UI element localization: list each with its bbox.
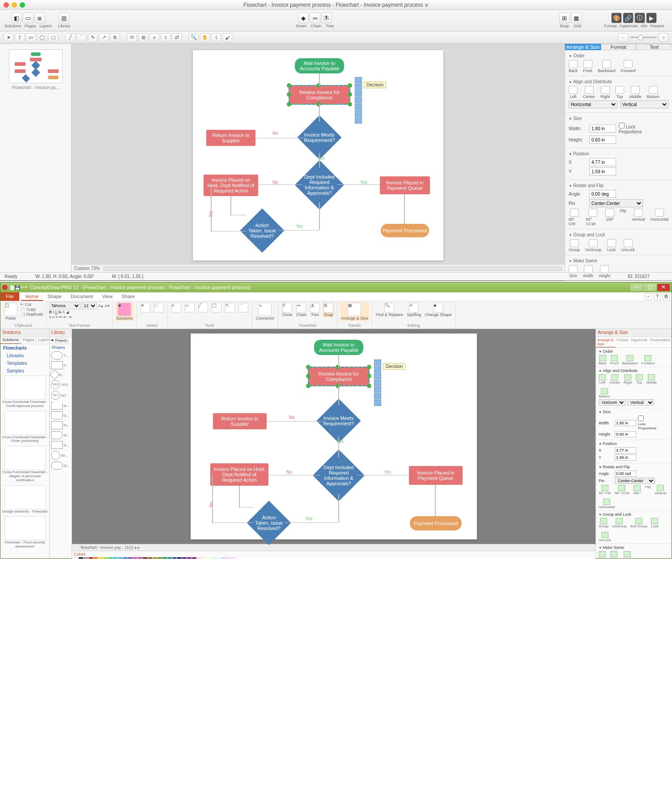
wr-forward[interactable]: Forward bbox=[642, 355, 655, 365]
hypernote-button[interactable]: 🔗 bbox=[623, 13, 634, 23]
wr-editgroup[interactable]: Edit Group bbox=[630, 518, 647, 528]
eyedropper-tool[interactable]: ⤹ bbox=[211, 33, 221, 42]
wr-height-input[interactable] bbox=[615, 431, 636, 437]
sample-thumb[interactable] bbox=[4, 446, 46, 470]
lib-decision[interactable]: D... bbox=[50, 370, 72, 379]
rotate-90cw[interactable]: 90° CW bbox=[569, 209, 580, 226]
sample-thumb[interactable] bbox=[4, 516, 46, 540]
ellipse-tool-win[interactable]: ◯ bbox=[211, 302, 222, 313]
rotate-180[interactable]: 180° bbox=[605, 209, 614, 226]
present-button[interactable]: ▶ bbox=[646, 13, 657, 23]
wr-tab-presentation[interactable]: Presentation bbox=[649, 337, 672, 347]
wr-align-middle[interactable]: Middle bbox=[646, 374, 657, 385]
snap-button-win[interactable]: ⊞Snap bbox=[323, 302, 334, 317]
pages-button[interactable]: ▭ bbox=[23, 13, 34, 23]
find-replace-button[interactable]: 🔍Find & Replace bbox=[375, 302, 404, 317]
ribbon-file-tab[interactable]: File bbox=[0, 292, 19, 301]
node-mail-invoice[interactable]: Mail Invoice to Accounts Payable bbox=[314, 340, 363, 355]
wr-front[interactable]: Front bbox=[610, 355, 619, 365]
node-payment-processed[interactable]: Payment Processed bbox=[381, 224, 429, 237]
ellipse-tool[interactable]: ◯ bbox=[37, 33, 47, 42]
tab-arrange-size[interactable]: Arrange & Size bbox=[565, 44, 601, 50]
angle-input[interactable] bbox=[589, 190, 616, 198]
wr-tab-format[interactable]: Format bbox=[616, 337, 629, 347]
crop-tool[interactable]: ⧉ bbox=[110, 33, 120, 42]
rotate-90ccw[interactable]: 90° CCW bbox=[586, 209, 600, 226]
order-forward[interactable]: Forward bbox=[621, 60, 636, 73]
distribute-tool[interactable]: ⫴ bbox=[161, 33, 170, 42]
lib-predefined[interactable]: Pr... bbox=[50, 420, 72, 430]
rotate-tool[interactable]: ⟳ bbox=[127, 33, 137, 42]
connector-tool[interactable]: ↗ bbox=[99, 33, 109, 42]
roundrect-tool[interactable]: ▢ bbox=[48, 33, 58, 42]
format-painter-tool[interactable]: 🖌 bbox=[222, 33, 232, 42]
make-same-size[interactable]: Size bbox=[569, 265, 578, 278]
wr-align-right[interactable]: Right bbox=[624, 374, 632, 385]
wr-tab-arrange[interactable]: Arrange & Size bbox=[596, 337, 616, 347]
wr-same-width[interactable]: Width bbox=[609, 551, 618, 559]
win-close-button[interactable]: ✕ bbox=[657, 284, 670, 291]
arc-tool-win[interactable]: ⌒ bbox=[238, 302, 249, 313]
node-on-hold[interactable]: Invoice Placed on Hold, Dept Notified of… bbox=[204, 175, 258, 196]
align-right-button[interactable]: ≡ bbox=[55, 315, 58, 319]
chain-button[interactable]: ⫘ bbox=[310, 13, 320, 23]
wr-pin-select[interactable]: Center-Center bbox=[615, 478, 655, 484]
order-backward[interactable]: Backward bbox=[598, 60, 616, 73]
tree-flowcharts[interactable]: Flowcharts bbox=[0, 344, 49, 352]
tree-templates[interactable]: Templates bbox=[0, 359, 49, 367]
line-tool[interactable]: ╱ bbox=[65, 33, 75, 42]
align-center[interactable]: Center bbox=[583, 86, 595, 99]
pointer-tool-win[interactable]: ➤ bbox=[140, 302, 151, 313]
wr-same-height[interactable]: Height bbox=[622, 551, 632, 559]
zoom-slider[interactable] bbox=[630, 37, 657, 38]
wr-align-center[interactable]: Center bbox=[609, 374, 620, 385]
ribbon-help-icon[interactable]: ? bbox=[654, 293, 661, 300]
sample-thumb[interactable] bbox=[4, 376, 46, 400]
wr-lock[interactable]: Lock bbox=[651, 518, 659, 528]
tree-libraries[interactable]: Libraries bbox=[0, 352, 49, 359]
wr-vert-select[interactable]: Vertical bbox=[627, 399, 654, 406]
group-tool[interactable]: ⊞ bbox=[138, 33, 148, 42]
wr-width-input[interactable] bbox=[615, 420, 636, 426]
font-grow-icon[interactable]: A▴ bbox=[98, 304, 103, 308]
align-center-button[interactable]: ≡ bbox=[52, 315, 55, 319]
node-mail-invoice[interactable]: Mail Invoice to Accounts Payable bbox=[295, 58, 344, 73]
lasso-tool-win[interactable]: ◌ bbox=[153, 302, 165, 313]
wr-unlock[interactable]: UnLock bbox=[599, 532, 611, 542]
sample-thumb[interactable] bbox=[4, 485, 46, 509]
lib-manual[interactable]: M... bbox=[50, 401, 72, 411]
lib-sequential[interactable]: Se... bbox=[50, 450, 72, 461]
align-top[interactable]: Top bbox=[615, 86, 624, 99]
pointer-tool[interactable]: ➤ bbox=[4, 33, 13, 42]
snap-button[interactable]: ⊞ bbox=[559, 13, 570, 23]
node-payment-queue[interactable]: Invoice Placed in Payment Queue bbox=[380, 176, 430, 194]
clone-button[interactable]: ⎘Clone bbox=[281, 302, 293, 317]
indent-inc-button[interactable]: ⇥ bbox=[68, 315, 72, 319]
wr-ungroup[interactable]: UnGroup bbox=[612, 518, 626, 528]
pin-select[interactable]: Center-Center bbox=[589, 199, 643, 207]
sample-thumb[interactable] bbox=[4, 411, 46, 435]
win-max-button[interactable]: ▢ bbox=[644, 284, 656, 291]
width-input[interactable] bbox=[589, 124, 616, 133]
win-canvas[interactable]: Mail Invoice to Accounts Payable Review … bbox=[72, 329, 595, 544]
pages-tab[interactable]: Pages bbox=[21, 337, 37, 344]
wr-tab-hypernote[interactable]: Hypernote bbox=[629, 337, 649, 347]
wr-same-size[interactable]: Size bbox=[599, 551, 606, 559]
align-bottom[interactable]: Bottom bbox=[647, 86, 660, 99]
win-page-tabs[interactable]: 📄 flowchart - Invoice pay... (1/1) ◂ ▸ bbox=[72, 544, 595, 551]
distribute-vertical[interactable]: Vertical bbox=[620, 100, 669, 108]
height-input[interactable] bbox=[589, 136, 616, 144]
mac-canvas[interactable]: Mail Invoice to Accounts Payable Review … bbox=[72, 44, 565, 264]
wr-align-left[interactable]: Left bbox=[599, 374, 606, 385]
wr-align-bottom[interactable]: Bottom bbox=[599, 388, 610, 398]
ribbon-tab-view[interactable]: View bbox=[98, 292, 117, 301]
x-input[interactable] bbox=[589, 158, 616, 166]
make-same-height[interactable]: Height bbox=[599, 265, 610, 278]
node-review-invoice[interactable]: Review Invoice for Compliance bbox=[289, 86, 349, 104]
tree-samples[interactable]: Samples bbox=[0, 367, 49, 375]
connector-button[interactable]: ↘Connector bbox=[255, 302, 276, 321]
node-return-invoice[interactable]: Return Invoice to Supplier bbox=[206, 130, 255, 146]
font-shrink-icon[interactable]: A▾ bbox=[105, 304, 110, 308]
text-tool-win[interactable]: A bbox=[170, 302, 182, 313]
wr-90cw[interactable]: 90° CW bbox=[599, 485, 611, 495]
